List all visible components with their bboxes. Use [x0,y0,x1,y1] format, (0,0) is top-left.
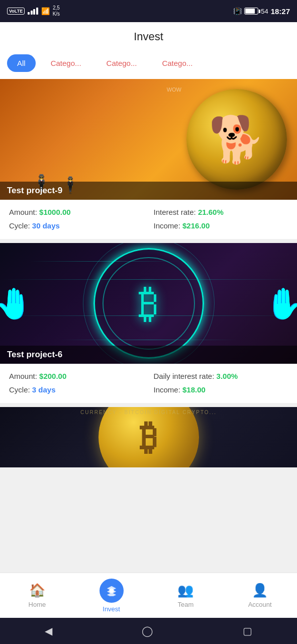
interest-item-1: Interest rate: 21.60% [154,208,288,216]
amount-item-1: Amount: $1000.00 [9,208,144,216]
android-nav: ◀ ◯ ▢ [0,618,297,644]
btcdigital-symbol-icon: ₿ [140,417,157,457]
home-button[interactable]: ◯ [142,625,153,637]
filter-tab-3[interactable]: Catego... [152,54,203,72]
bitcoin-ring: ₿ [93,248,204,359]
bottom-nav: 🏠 Home Invest 👥 Team 👤 Account [0,573,297,618]
status-left: VoLTE 📶 2,5 K/s [7,5,60,17]
nav-label-team: Team [177,601,193,608]
filter-tabs: All Catego... Catego... Catego... [0,49,297,79]
nav-label-account: Account [248,601,272,608]
nav-item-invest[interactable]: Invest [74,579,149,613]
filter-tab-2[interactable]: Catego... [96,54,147,72]
time-display: 18:27 [271,7,290,16]
back-button[interactable]: ◀ [45,625,52,637]
project-image-1: WOW 🕴️ 🕴️ 🐕 Test project-9 [0,79,297,200]
amount-item-2: Amount: $200.00 [9,372,144,380]
project-card-1[interactable]: WOW 🕴️ 🕴️ 🐕 Test project-9 Amount: $1000… [0,79,297,239]
speed-text: 2,5 K/s [53,5,60,17]
project-image-3: CURRENCY - BITCOIN DIGITAL CRYPTO... ₿ [0,407,297,467]
nav-item-team[interactable]: 👥 Team [149,583,223,608]
wifi-icon: 📶 [41,7,50,15]
volte-badge: VoLTE [7,8,25,15]
btcdigital-background: CURRENCY - BITCOIN DIGITAL CRYPTO... ₿ [0,407,297,467]
filter-tab-1[interactable]: Catego... [41,54,91,72]
signal-bars [28,8,38,15]
nav-item-home[interactable]: 🏠 Home [0,583,74,608]
project-card-2[interactable]: 🤚 ₿ 🤚 Test project-6 Amount: $200.00 Dai… [0,243,297,403]
btcdigital-arc-text: CURRENCY - BITCOIN DIGITAL CRYPTO... [80,410,217,415]
nav-label-home: Home [29,601,46,608]
account-icon: 👤 [252,583,268,598]
battery-percent: 54 [261,8,268,15]
project-2-details: Amount: $200.00 Daily interest rate: 3.0… [0,364,297,403]
invest-icon [100,579,124,603]
hand-right-icon: 🤚 [264,286,297,321]
page-header: Invest [0,22,297,49]
project-1-details: Amount: $1000.00 Interest rate: 21.60% C… [0,200,297,239]
page-title: Invest [134,30,163,43]
income-item-1: Income: $216.00 [154,221,288,230]
status-bar: VoLTE 📶 2,5 K/s 📳 54 18:27 [0,0,297,22]
project-1-label: Test project-9 [0,182,297,200]
home-icon: 🏠 [29,583,45,598]
wow-text: WOW [167,87,181,93]
team-icon: 👥 [177,583,193,598]
recent-button[interactable]: ▢ [243,625,252,637]
nav-item-account[interactable]: 👤 Account [223,583,297,608]
doge-coin: 🐕 [186,89,287,190]
income-item-2: Income: $18.00 [154,385,288,394]
battery-icon [244,8,258,15]
filter-tab-all[interactable]: All [7,54,36,72]
battery-fill [245,9,255,14]
project-image-2: 🤚 ₿ 🤚 Test project-6 [0,243,297,364]
interest-item-2: Daily interest rate: 3.00% [154,372,288,380]
cycle-item-2: Cycle: 3 days [9,385,144,394]
hand-left-icon: 🤚 [0,286,33,321]
nav-label-invest: Invest [103,605,120,613]
svg-point-0 [109,588,114,593]
project-2-label: Test project-6 [0,346,297,364]
content-area: WOW 🕴️ 🕴️ 🐕 Test project-9 Amount: $1000… [0,79,297,573]
vibrate-icon: 📳 [233,7,242,15]
doge-face-icon: 🐕 [209,113,265,166]
btcdigital-coin: ₿ [98,407,199,467]
status-right: 📳 54 18:27 [233,7,290,16]
bitcoin-symbol-icon: ₿ [139,280,159,327]
cycle-item-1: Cycle: 30 days [9,221,144,230]
project-card-3[interactable]: CURRENCY - BITCOIN DIGITAL CRYPTO... ₿ [0,407,297,467]
